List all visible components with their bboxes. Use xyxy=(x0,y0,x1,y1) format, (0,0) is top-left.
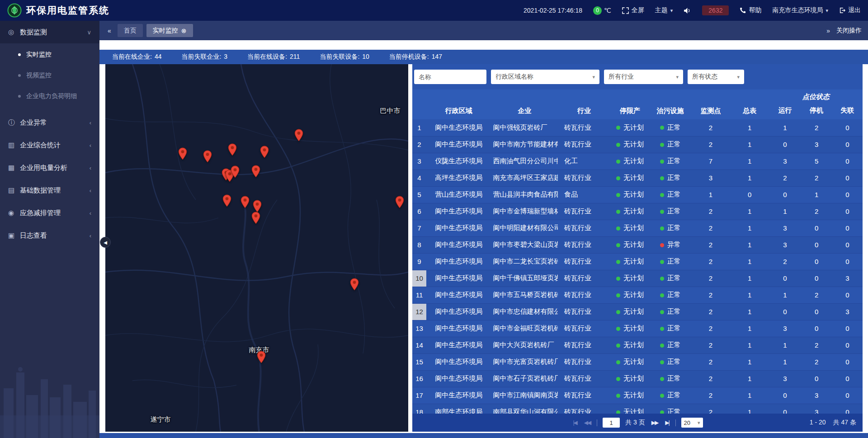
last-page-button[interactable]: ▶| xyxy=(664,419,670,426)
sidebar-item-log-view[interactable]: ▣日志查看‹ xyxy=(0,224,99,247)
stat-label: 当前在线设备: xyxy=(247,53,287,61)
table-row[interactable]: 15阆中生态环境局阆中市光富页岩机砖厂砖瓦行业无计划正常21120 xyxy=(412,353,863,370)
cell-company: 阆中市南方节能建材有 xyxy=(491,136,558,153)
tab-close-icon[interactable]: ⊗ xyxy=(181,27,187,34)
cell-company: 阆中市金福旺页岩机砖 xyxy=(491,320,558,337)
org-dropdown[interactable]: 南充市生态环境局 ▾ xyxy=(772,6,828,14)
sidebar-item-realtime-monitoring[interactable]: 实时监控 xyxy=(0,44,99,65)
map-panel[interactable]: 巴中市南充市遂宁市 ◀ xyxy=(105,64,408,432)
cell-offline-count: 0 xyxy=(832,136,863,153)
sidebar-item-power-analysis[interactable]: ▦企业用电量分析‹ xyxy=(0,156,99,179)
status-dot-icon xyxy=(616,360,620,364)
industry-filter-select[interactable]: 所有行业 ▾ xyxy=(604,70,683,84)
table-row[interactable]: 9阆中生态环境局阆中市二龙长宝页岩砖砖瓦行业无计划正常21200 xyxy=(412,253,863,270)
tab-home[interactable]: 首页 xyxy=(118,24,143,37)
page-size-select[interactable]: 20 ▾ xyxy=(681,418,703,428)
map-pin-icon[interactable] xyxy=(203,150,212,165)
map-pin-icon[interactable] xyxy=(251,165,260,179)
cell-limit-status: 无计划 xyxy=(610,136,649,153)
close-operations-dropdown[interactable]: 关闭操作 xyxy=(836,27,862,35)
sidebar-item-label: 基础数据管理 xyxy=(20,186,61,195)
tab-realtime[interactable]: 实时监控⊗ xyxy=(146,24,193,37)
cell-index: 15 xyxy=(412,353,426,370)
table-row[interactable]: 8阆中生态环境局阆中市枣碧大梁山页岩砖瓦行业无计划异常21300 xyxy=(412,236,863,253)
cell-limit-status: 无计划 xyxy=(610,404,649,414)
alert-count-badge[interactable]: 2632 xyxy=(702,5,729,15)
help-button[interactable]: 帮助 xyxy=(740,6,761,14)
announcement-button[interactable] xyxy=(684,7,691,14)
table-row[interactable]: 7阆中生态环境局阆中明阳建材有限公司砖瓦行业无计划正常21300 xyxy=(412,220,863,236)
next-page-button[interactable]: ▶▶ xyxy=(651,419,659,426)
first-page-button[interactable]: |◀ xyxy=(572,419,577,426)
sidebar-item-power-load-detail[interactable]: 企业电力负荷明细 xyxy=(0,86,99,107)
sidebar-item-video-monitoring[interactable]: 视频监控 xyxy=(0,65,99,86)
sidebar-item-label: 企业综合统计 xyxy=(20,141,61,150)
theme-dropdown[interactable]: 主题 ▾ xyxy=(655,6,673,14)
map-pin-icon[interactable] xyxy=(257,351,266,365)
sidebar-item-emergency-reduction[interactable]: ◉应急减排管理‹ xyxy=(0,202,99,224)
name-filter-input[interactable] xyxy=(414,70,486,84)
col-limit: 停限产 xyxy=(610,89,649,119)
sidebar-item-base-data[interactable]: ▤基础数据管理‹ xyxy=(0,179,99,202)
cell-industry: 砖瓦行业 xyxy=(558,119,610,136)
cell-stop-count: 1 xyxy=(801,186,832,203)
page-number-input[interactable] xyxy=(603,418,620,428)
sidebar: ◎数据监测∨实时监控视频监控企业电力负荷明细ⓘ企业异常‹▥企业综合统计‹▦企业用… xyxy=(0,21,99,438)
status-dot-icon xyxy=(660,277,664,281)
table-row[interactable]: 10阆中生态环境局阆中千佛镇五郎垭页岩砖瓦行业无计划正常21003 xyxy=(412,270,863,287)
status-filter-select[interactable]: 所有状态 ▾ xyxy=(688,70,744,84)
sidebar-item-enterprise-abnormal[interactable]: ⓘ企业异常‹ xyxy=(0,111,99,134)
table-row[interactable]: 14阆中生态环境局阆中大兴页岩机砖厂砖瓦行业无计划正常21120 xyxy=(412,337,863,353)
chevron-left-icon: ‹ xyxy=(90,232,91,239)
cell-stop-count: 2 xyxy=(801,170,832,186)
cell-monitor-count: 3 xyxy=(691,170,730,186)
cell-facility-status: 正常 xyxy=(650,303,691,320)
cell-industry: 砖瓦行业 xyxy=(558,203,610,220)
cell-company: 阆中市江南镇阆南页岩 xyxy=(491,387,558,404)
table-row[interactable]: 11阆中生态环境局阆中市五马桥页岩机砖砖瓦行业无计划正常21120 xyxy=(412,287,863,303)
cell-run-count: 1 xyxy=(769,119,801,136)
cell-offline-count: 0 xyxy=(832,203,863,220)
region-filter-select[interactable]: 行政区域名称 ▾ xyxy=(491,70,599,84)
stat-value: 3 xyxy=(224,53,227,61)
speaker-icon xyxy=(684,7,691,14)
map-pin-icon[interactable] xyxy=(231,165,240,180)
table-row[interactable]: 3仪陇生态环境局西南油气田分公司川中化工无计划正常71350 xyxy=(412,153,863,170)
map-pin-icon[interactable] xyxy=(294,129,303,143)
table-row[interactable]: 1阆中生态环境局阆中强锐页岩砖厂砖瓦行业无计划正常21120 xyxy=(412,119,863,136)
table-row[interactable]: 12阆中生态环境局阆中市忠信建材有限公砖瓦行业无计划正常21003 xyxy=(412,303,863,320)
map-pin-icon[interactable] xyxy=(350,278,359,292)
cell-index: 5 xyxy=(412,186,426,203)
map-pin-icon[interactable] xyxy=(251,212,260,226)
cell-run-count: 0 xyxy=(769,303,801,320)
map-pin-icon[interactable] xyxy=(228,143,237,158)
tabs-scroll-left-button[interactable]: « xyxy=(106,27,113,34)
fullscreen-button[interactable]: 全屏 xyxy=(622,6,644,14)
map-pin-icon[interactable] xyxy=(222,194,231,209)
map-pin-icon[interactable] xyxy=(178,147,187,162)
table-row[interactable]: 6阆中生态环境局阆中市金博瑞新型墙材砖瓦行业无计划正常21120 xyxy=(412,203,863,220)
cell-run-count: 3 xyxy=(769,370,801,387)
tabs-scroll-right-button[interactable]: » xyxy=(825,27,832,34)
table-row[interactable]: 17阆中生态环境局阆中市江南镇阆南页岩砖瓦行业无计划正常21030 xyxy=(412,387,863,404)
cell-run-count: 1 xyxy=(769,353,801,370)
sidebar-item-data-monitoring[interactable]: ◎数据监测∨ xyxy=(0,21,99,43)
table-row[interactable]: 5营山生态环境局营山县润丰肉食品有限食品无计划正常10010 xyxy=(412,186,863,203)
cell-offline-count: 0 xyxy=(832,236,863,253)
sidebar-item-enterprise-statistics[interactable]: ▥企业综合统计‹ xyxy=(0,134,99,156)
map-pin-icon[interactable] xyxy=(395,196,404,210)
map-pin-icon[interactable] xyxy=(241,196,250,210)
status-dot-icon xyxy=(616,193,620,197)
table-row[interactable]: 13阆中生态环境局阆中市金福旺页岩机砖砖瓦行业无计划正常21300 xyxy=(412,320,863,337)
collapse-map-button[interactable]: ◀ xyxy=(100,237,111,248)
cell-region: 阆中生态环境局 xyxy=(426,136,491,153)
table-row[interactable]: 4高坪生态环境局南充市高坪区王家店建砖瓦行业无计划正常31220 xyxy=(412,170,863,186)
map-pin-icon[interactable] xyxy=(260,146,269,160)
datetime: 2021-02-25 17:46:18 xyxy=(524,7,582,14)
prev-page-button[interactable]: ◀◀ xyxy=(583,419,591,426)
logout-button[interactable]: 退出 xyxy=(839,6,861,14)
table-row[interactable]: 18南部生态环境局南部县双华山河有限公砖瓦行业无计划正常21030 xyxy=(412,404,863,414)
table-row[interactable]: 16阆中生态环境局阆中市石子页岩机砖厂砖瓦行业无计划正常21300 xyxy=(412,370,863,387)
chevron-down-icon: ∨ xyxy=(87,29,91,36)
table-row[interactable]: 2阆中生态环境局阆中市南方节能建材有砖瓦行业无计划正常21030 xyxy=(412,136,863,153)
